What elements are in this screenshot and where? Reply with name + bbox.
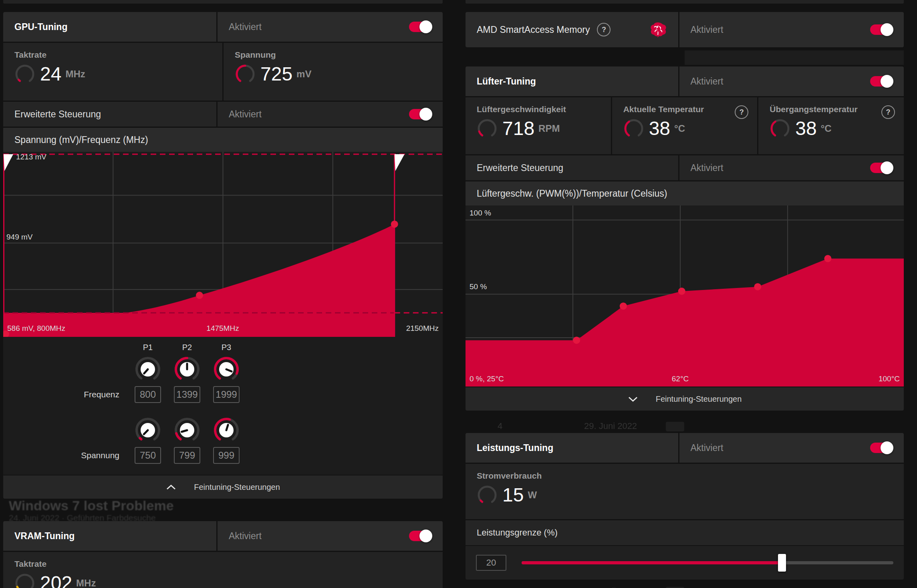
gpu-voltage-frequency-chart[interactable]: 1213 mV 949 mV 586 mV, 800MHz 1475MHz 21… (3, 152, 443, 337)
fan-tuning-toggle[interactable] (870, 76, 892, 87)
background-window-bleed (466, 50, 904, 65)
vram-taktrate-label: Taktrate (14, 559, 443, 569)
spannung-p2-input[interactable] (174, 447, 200, 464)
right-column: AMD SmartAccess Memory ? Aktiviert (466, 0, 904, 588)
spannung-row-label: Spannung (81, 451, 128, 460)
frequenz-p1-knob[interactable] (134, 356, 161, 383)
vram-taktrate-unit: MHz (76, 578, 96, 588)
power-draw-value: 15 (502, 484, 524, 506)
left-column: GPU-Tuning Aktiviert Taktrate 24 MHz Spa… (3, 0, 443, 588)
frequenz-p1-input[interactable] (135, 386, 161, 403)
junction-temp-help-icon[interactable]: ? (881, 105, 895, 119)
power-tuning-panel: Leistungs-Tuning Aktiviert Stromverbrauc… (466, 433, 904, 580)
gpu-chart-mid-voltage-label: 949 mV (6, 233, 32, 242)
gpu-spannung-gauge-icon (235, 64, 256, 85)
p1-header: P1 (143, 343, 153, 352)
power-limit-slider[interactable] (522, 554, 893, 572)
fan-advanced-toggle[interactable] (870, 163, 892, 173)
background-window-bleed: 12 20. April 2022 (466, 586, 904, 588)
toggle-knob (881, 161, 893, 174)
fan-curve-point[interactable] (573, 336, 580, 344)
sam-toggle[interactable] (870, 24, 892, 35)
vram-tuning-title: VRAM-Tuning (14, 531, 75, 542)
p3-header: P3 (222, 343, 231, 352)
power-tuning-title: Leistungs-Tuning (477, 443, 553, 453)
toggle-knob (881, 23, 893, 36)
gpu-chart-origin-label: 586 mV, 800MHz (7, 324, 65, 333)
power-limit-value[interactable]: 20 (476, 555, 506, 571)
fan-speed-unit: RPM (538, 123, 560, 134)
background-window-bleed: Windows 7 lost Probleme 24. Juni 2022 · … (3, 499, 443, 521)
power-tuning-toggle[interactable] (870, 443, 892, 453)
ghost-date: 29. Juni 2022 (584, 421, 637, 431)
power-limit-label: Leistungsgrenze (%) (477, 528, 558, 538)
p2-header: P2 (182, 343, 192, 352)
junction-temp-value: 38 (795, 117, 816, 139)
gpu-taktrate-label: Taktrate (14, 50, 222, 60)
current-temp-unit: °C (674, 123, 685, 134)
top-panel-edge (3, 0, 443, 4)
top-panel-edge (466, 0, 904, 4)
gpu-curve-point[interactable] (196, 292, 203, 299)
gpu-taktrate-unit: MHz (65, 68, 85, 80)
smartaccess-memory-panel: AMD SmartAccess Memory ? Aktiviert (466, 12, 904, 47)
fan-finetune-expander[interactable]: Feintuning-Steuerungen (466, 387, 904, 411)
fan-chart-title: Lüftergeschw. (PWM(%))/Temperatur (Celsi… (477, 188, 667, 199)
toggle-knob (419, 20, 432, 33)
fan-chart-50-label: 50 % (470, 282, 487, 291)
sam-enabled-label: Aktiviert (691, 24, 724, 35)
sam-help-icon[interactable]: ? (597, 23, 611, 36)
vram-tuning-panel: VRAM-Tuning Aktiviert Taktrate 202 MHz (3, 521, 443, 588)
fan-speed-label: Lüftergeschwindigkeit (477, 105, 611, 114)
fan-speed-gauge-icon (477, 118, 498, 139)
pstate-controls: P1 P2 P3 Frequenz Spann (3, 337, 443, 475)
spannung-p3-input[interactable] (213, 447, 240, 464)
fan-chart-100-label: 100 % (470, 209, 491, 217)
gpu-taktrate-gauge-icon (14, 64, 35, 85)
frequenz-p2-knob[interactable] (173, 356, 201, 383)
frequenz-p2-input[interactable] (174, 386, 200, 403)
gpu-spannung-value: 725 (260, 63, 292, 85)
gpu-finetune-expander[interactable]: Feintuning-Steuerungen (3, 475, 443, 499)
frequenz-p3-input[interactable] (213, 386, 240, 403)
gpu-tuning-panel: GPU-Tuning Aktiviert Taktrate 24 MHz Spa… (3, 12, 443, 499)
gpu-chart-max-freq-label: 2150MHz (406, 324, 439, 333)
radeon-tuning-page: GPU-Tuning Aktiviert Taktrate 24 MHz Spa… (0, 0, 917, 588)
slider-thumb[interactable] (778, 554, 786, 572)
fan-curve-chart[interactable]: 100 % 50 % 0 %, 25°C 62°C 100°C (466, 205, 904, 387)
fan-curve-point[interactable] (620, 302, 627, 310)
spannung-p1-input[interactable] (135, 447, 161, 464)
vram-enabled-label: Aktiviert (229, 531, 262, 542)
gpu-chart-max-voltage-label: 1213 mV (16, 153, 46, 161)
current-temp-value: 38 (649, 117, 670, 139)
fan-chart-max-temp-label: 100°C (879, 375, 900, 383)
chevron-down-icon (628, 396, 638, 402)
fan-curve-point[interactable] (754, 283, 761, 290)
fan-advanced-enabled-label: Aktiviert (691, 163, 724, 173)
frequenz-row-label: Frequenz (84, 390, 128, 399)
slider-fill (522, 561, 782, 564)
gpu-advanced-enabled-label: Aktiviert (229, 109, 262, 120)
vram-tuning-toggle[interactable] (409, 531, 431, 541)
frequenz-p3-knob[interactable] (213, 356, 240, 383)
spannung-p2-knob[interactable] (173, 417, 201, 444)
fan-curve-point[interactable] (824, 255, 831, 262)
fan-tuning-title: Lüfter-Tuning (477, 76, 536, 87)
ghost-count: 12 (498, 586, 507, 588)
gpu-advanced-toggle[interactable] (409, 109, 431, 119)
ghost-count: 4 (498, 421, 502, 431)
gpu-taktrate-value: 24 (40, 63, 61, 85)
current-temp-help-icon[interactable]: ? (735, 105, 748, 119)
gpu-tuning-toggle[interactable] (409, 22, 431, 32)
gpu-curve-point[interactable] (391, 221, 398, 228)
spannung-p1-knob[interactable] (134, 417, 161, 444)
fan-speed-value: 718 (502, 117, 534, 139)
fan-advanced-label: Erweiterte Steuerung (477, 163, 563, 173)
current-temp-gauge-icon (623, 118, 644, 139)
power-draw-label: Stromverbrauch (477, 471, 904, 481)
fan-curve-point[interactable] (678, 288, 685, 295)
gpu-spannung-label: Spannung (235, 50, 443, 60)
vram-taktrate-value: 202 (40, 572, 72, 588)
toggle-knob (419, 108, 432, 121)
spannung-p3-knob[interactable] (213, 417, 240, 444)
